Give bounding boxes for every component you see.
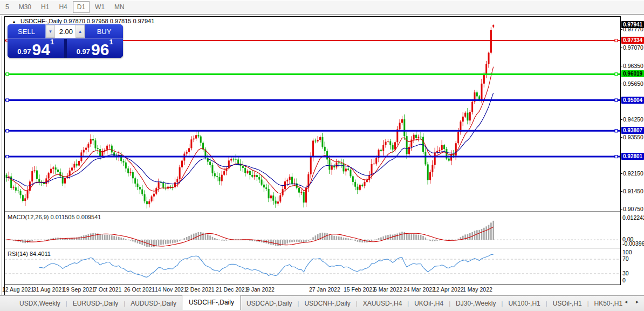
hline-handle[interactable] <box>6 156 9 158</box>
timeframe-h4[interactable]: H4 <box>54 1 71 13</box>
buy-button[interactable]: BUY <box>85 24 123 38</box>
macd-histogram-bar <box>151 240 153 247</box>
one-click-trade-panel: SELL ▼ 2.00 ▲ BUY 0.97 94 1 0.97 96 1 <box>8 24 123 58</box>
chart-tab-usoil-h1[interactable]: USOil-,H1 <box>547 298 587 309</box>
chart-tab-usdchf-daily[interactable]: USDCHF-,Daily <box>182 295 241 310</box>
hline-handle[interactable] <box>6 130 9 132</box>
date-axis-label: 26 Oct 2021 <box>124 286 155 293</box>
timeframe-d1[interactable]: D1 <box>73 1 90 13</box>
candle-body <box>340 163 342 164</box>
timeframe-h1[interactable]: H1 <box>37 1 53 13</box>
macd-histogram-bar <box>181 240 183 240</box>
volume-increase-icon[interactable]: ▲ <box>76 25 85 38</box>
hline-handle[interactable] <box>615 156 618 158</box>
tab-scroll-right-icon[interactable]: ▸ <box>636 299 639 305</box>
macd-histogram-bar <box>364 240 366 242</box>
candle-body <box>153 194 155 197</box>
volume-input[interactable]: 2.00 <box>55 25 76 38</box>
macd-histogram-bar <box>359 240 361 242</box>
candle-body <box>108 146 110 146</box>
chart-tab-audusd-daily[interactable]: AUDUSD-,Daily <box>125 298 182 309</box>
candle-body <box>401 119 403 123</box>
macd-histogram-bar <box>228 240 230 240</box>
price-tick-mark <box>620 209 622 209</box>
candle-body <box>151 197 153 201</box>
macd-histogram-bar <box>48 239 50 240</box>
buy-price-display[interactable]: 0.97 96 1 <box>67 39 124 58</box>
candle-body <box>439 150 440 151</box>
candle-body <box>286 180 288 181</box>
chart-tab-dj30-weekly[interactable]: DJ30-,Weekly <box>450 298 501 309</box>
candle-body <box>24 198 26 201</box>
macd-histogram-bar <box>436 240 438 241</box>
chart-tab-ukoil-h4[interactable]: UKOil-,H4 <box>409 298 449 309</box>
hline-handle[interactable] <box>615 99 618 102</box>
hline-handle[interactable] <box>615 73 618 76</box>
chart-tab-usdcad-daily[interactable]: USDCAD-,Daily <box>241 298 298 309</box>
hline-handle[interactable] <box>6 73 9 76</box>
price-line-badge: 0.96019 <box>621 70 644 77</box>
candle-body <box>427 164 429 180</box>
candle-body <box>314 140 316 141</box>
rsi-axis-label: 100 <box>622 249 632 255</box>
macd-histogram-bar <box>357 240 359 242</box>
macd-histogram-bar <box>396 233 398 240</box>
macd-histogram-bar <box>432 240 434 241</box>
candle-body <box>324 147 326 151</box>
chart-tab-hk50-h1[interactable]: HK50-,H1 <box>589 298 628 309</box>
candle-body <box>277 201 279 204</box>
price-tick-mark <box>620 48 622 48</box>
candle-body <box>232 159 234 160</box>
price-tick-mark <box>620 66 622 66</box>
candle-body <box>464 113 466 117</box>
chart-tab-usdcnh-daily[interactable]: USDCNH-,Daily <box>299 298 355 309</box>
macd-histogram-bar <box>289 240 291 242</box>
date-axis-label: 1 May 2022 <box>463 286 492 293</box>
hline-handle[interactable] <box>615 39 618 42</box>
candle-body <box>211 165 213 173</box>
candle-body <box>350 170 351 177</box>
price-tick-mark <box>620 137 622 138</box>
timeframe-m30[interactable]: M30 <box>15 1 36 13</box>
sell-button[interactable]: SELL <box>8 24 45 38</box>
rsi-panel-canvas[interactable] <box>5 248 620 285</box>
volume-decrease-icon[interactable]: ▼ <box>46 25 55 38</box>
macd-histogram-bar <box>406 233 408 240</box>
macd-histogram-bar <box>457 239 459 240</box>
macd-histogram-bar <box>167 240 169 244</box>
sell-price-display[interactable]: 0.97 94 1 <box>8 39 64 58</box>
chart-tab-uk100-h1[interactable]: UK100-,H1 <box>503 298 545 309</box>
candle-body <box>218 177 220 181</box>
hline-handle[interactable] <box>615 130 618 132</box>
candle-body <box>371 164 373 175</box>
tab-scroll-left-icon[interactable]: ◂ <box>625 299 627 305</box>
macd-histogram-bar <box>485 226 487 240</box>
hline-handle[interactable] <box>6 99 9 102</box>
macd-histogram-bar <box>404 232 406 240</box>
candle-body <box>38 179 40 182</box>
chart-tab-usdx-weekly[interactable]: USDX,Weekly <box>14 298 66 309</box>
macd-histogram-bar <box>492 221 494 240</box>
candle-body <box>223 171 225 174</box>
macd-histogram-bar <box>219 240 221 240</box>
timeframe-w1[interactable]: W1 <box>91 1 109 13</box>
candle-body <box>431 165 433 172</box>
macd-histogram-bar <box>350 239 352 240</box>
chart-tab-xauusd-h4[interactable]: XAUUSD-,H4 <box>358 298 408 309</box>
timeframe-mn[interactable]: MN <box>110 1 129 13</box>
candle-body <box>111 146 113 153</box>
macd-histogram-bar <box>340 237 342 240</box>
candle-body <box>87 144 89 147</box>
candle-body <box>190 139 192 148</box>
candle-body <box>492 25 494 26</box>
collapse-triangle-icon[interactable]: ▲ <box>12 19 16 24</box>
chart-tab-eurusd-daily[interactable]: EURUSD-,Daily <box>67 298 124 309</box>
price-tick-label: 0.91450 <box>623 188 643 194</box>
candle-body <box>127 168 129 173</box>
candle-body <box>361 185 363 186</box>
timeframe-5[interactable]: 5 <box>1 1 13 13</box>
candle-body <box>321 137 323 147</box>
candle-body <box>106 146 108 150</box>
candle-body <box>310 157 312 174</box>
candle-body <box>113 152 115 156</box>
